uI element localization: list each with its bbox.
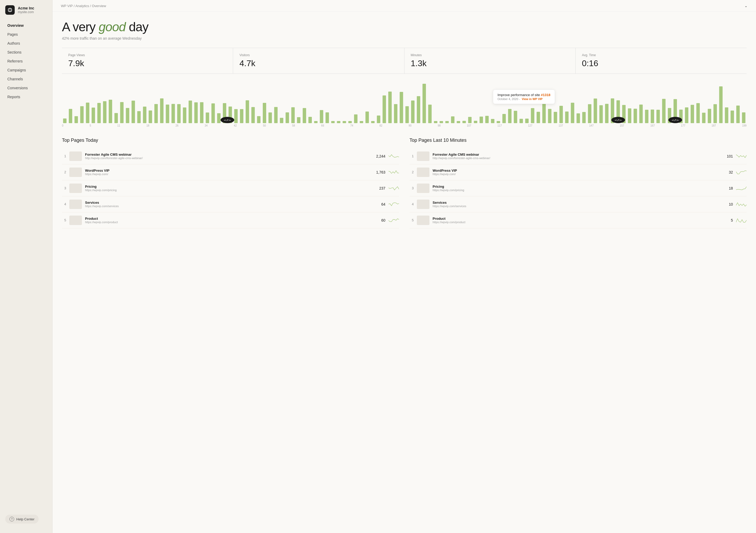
page-count: 237	[375, 186, 385, 190]
svg-rect-18	[160, 98, 164, 123]
svg-rect-80	[514, 111, 517, 123]
sparkline	[736, 202, 746, 207]
sidebar-item-channels[interactable]: Channels	[2, 74, 50, 83]
svg-rect-60	[400, 92, 403, 123]
chart-container: </></></> Improve performance of site #1…	[62, 81, 746, 128]
svg-rect-28	[217, 113, 221, 123]
page-thumbnail	[417, 168, 429, 177]
chart-tooltip: Improve performance of site #1318 Octobe…	[493, 90, 555, 104]
svg-rect-64	[423, 84, 426, 123]
svg-rect-10	[115, 113, 118, 123]
chevron-down-icon[interactable]: ⌄	[744, 4, 747, 8]
page-url: https://wpvip.com/pricing	[433, 188, 719, 192]
page-url: http://wpvip.com/forrester-agile-cms-web…	[85, 156, 372, 160]
page-name: WordPress VIP	[85, 169, 372, 173]
svg-rect-61	[405, 106, 409, 123]
svg-rect-45	[314, 121, 318, 123]
svg-rect-16	[148, 110, 152, 123]
sidebar-item-pages[interactable]: Pages	[2, 30, 50, 39]
table-row: 2 WordPress VIP https://wpvip.com/ 32	[410, 164, 746, 181]
x-label: 98	[438, 124, 441, 127]
page-thumbnail	[69, 168, 82, 177]
x-label: 0	[62, 124, 64, 127]
tooltip-title: Improve performance of site #1318	[498, 93, 551, 97]
page-url: https://wpvip.com/services	[433, 205, 719, 208]
stat-visitors: Visitors 4.7k	[233, 48, 404, 73]
tooltip-link[interactable]: View in WP VIP	[522, 98, 543, 100]
page-count: 10	[722, 202, 733, 206]
svg-rect-75	[485, 116, 489, 123]
svg-rect-5	[86, 103, 89, 123]
breadcrumb: WP VIP / Analytics / Overview	[61, 4, 106, 8]
svg-rect-43	[303, 108, 306, 123]
sidebar-item-conversions[interactable]: Conversions	[2, 83, 50, 93]
page-content: A very good day 42% more traffic than on…	[52, 12, 756, 237]
sidebar-item-campaigns[interactable]: Campaigns	[2, 66, 50, 74]
svg-rect-15	[143, 107, 147, 123]
page-info: Forrester Agile CMS webinar http://wpvip…	[433, 153, 719, 160]
svg-rect-77	[497, 121, 500, 123]
page-count: 5	[722, 218, 733, 222]
x-label: 117	[498, 124, 502, 127]
sidebar-item-overview[interactable]: Overview	[2, 21, 50, 30]
page-url: https://wpvip.com/services	[85, 205, 372, 208]
svg-rect-22	[183, 107, 186, 123]
page-count: 32	[722, 170, 733, 174]
page-rank: 4	[62, 202, 66, 206]
svg-rect-100	[628, 108, 631, 123]
page-info: Product https://wpvip.com/product	[85, 217, 372, 224]
page-rank: 2	[62, 170, 66, 174]
sparkline	[736, 186, 746, 191]
page-name: Product	[433, 217, 719, 221]
page-url: https://wpvip.com/	[433, 173, 719, 176]
svg-rect-1	[63, 118, 67, 123]
hero-title-accent: good	[99, 20, 126, 34]
svg-rect-26	[206, 112, 209, 123]
svg-rect-41	[291, 107, 295, 123]
brand: Acme Inc mysite.com	[0, 5, 52, 21]
page-thumbnail	[69, 183, 82, 193]
svg-rect-48	[331, 121, 335, 123]
help-center-label: Help Center	[16, 517, 34, 521]
page-rank: 1	[62, 154, 66, 158]
svg-rect-44	[309, 117, 312, 123]
help-center-button[interactable]: ? Help Center	[5, 515, 39, 523]
sidebar-item-authors[interactable]: Authors	[2, 39, 50, 48]
table-row: 1 Forrester Agile CMS webinar http://wpv…	[62, 148, 399, 164]
x-label: 82	[380, 124, 383, 127]
svg-text:</>: </>	[224, 119, 231, 122]
sparkline	[389, 170, 399, 175]
top-pages-last10: Top Pages Last 10 Minutes 1 Forrester Ag…	[410, 138, 746, 228]
hero-title-suffix: day	[129, 20, 148, 34]
svg-rect-92	[582, 112, 586, 123]
sidebar-item-reports[interactable]: Reports	[2, 93, 50, 101]
svg-rect-105	[657, 110, 660, 123]
svg-rect-78	[502, 114, 506, 123]
page-rank: 4	[410, 202, 414, 206]
sparkline	[389, 218, 399, 223]
sparkline	[389, 154, 399, 159]
sidebar-item-sections[interactable]: Sections	[2, 48, 50, 57]
page-info: Pricing https://wpvip.com/pricing	[433, 184, 719, 192]
page-rank: 3	[62, 186, 66, 190]
svg-rect-119	[736, 105, 740, 123]
svg-rect-2	[69, 109, 72, 123]
svg-rect-47	[326, 112, 329, 123]
svg-rect-6	[92, 107, 95, 123]
stat-value: 1.3k	[411, 59, 569, 68]
svg-rect-34	[252, 107, 255, 123]
svg-rect-104	[651, 109, 654, 123]
x-label: 90	[409, 124, 412, 127]
svg-rect-11	[120, 102, 123, 123]
stat-value: 4.7k	[239, 59, 398, 68]
domain: mysite.com	[18, 10, 34, 14]
sidebar-item-referrers[interactable]: Referrers	[2, 57, 50, 66]
svg-rect-25	[200, 102, 203, 123]
svg-rect-54	[365, 111, 369, 123]
svg-rect-90	[571, 103, 574, 123]
svg-text:</>: </>	[614, 119, 622, 122]
svg-rect-40	[285, 112, 289, 123]
hero-subtitle: 42% more traffic than on an average Wedn…	[62, 36, 746, 41]
svg-rect-113	[702, 113, 705, 123]
page-rank: 2	[410, 170, 414, 174]
